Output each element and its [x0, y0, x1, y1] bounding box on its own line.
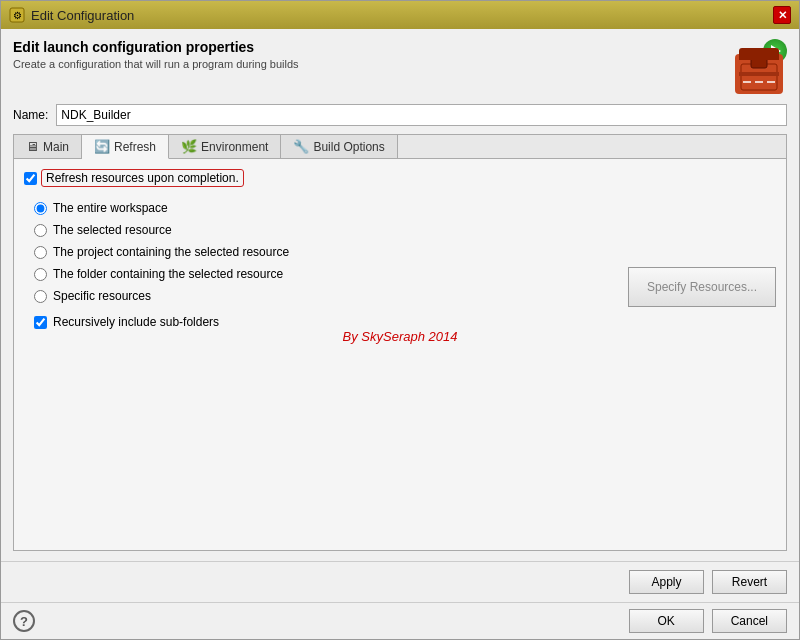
close-button[interactable]: ✕ — [773, 6, 791, 24]
name-label: Name: — [13, 108, 48, 122]
window-title: Edit Configuration — [31, 8, 134, 23]
recursive-label: Recursively include sub-folders — [53, 315, 219, 329]
main-window: ⚙ Edit Configuration ✕ Edit launch confi… — [0, 0, 800, 640]
recursive-checkbox-row: Recursively include sub-folders — [34, 315, 776, 329]
refresh-tab-icon: 🔄 — [94, 139, 110, 154]
radio-selected[interactable] — [34, 224, 47, 237]
refresh-label: Refresh resources upon completion. — [41, 169, 244, 187]
radio-workspace-label: The entire workspace — [53, 201, 168, 215]
radio-specific[interactable] — [34, 290, 47, 303]
cancel-button[interactable]: Cancel — [712, 609, 787, 633]
window-icon: ⚙ — [9, 7, 25, 23]
content-area: Edit launch configuration properties Cre… — [1, 29, 799, 561]
svg-rect-4 — [739, 72, 779, 76]
ok-cancel-group: OK Cancel — [629, 609, 787, 633]
radio-row-project: The project containing the selected reso… — [34, 245, 776, 259]
toolbox-icon — [735, 54, 783, 94]
radio-specific-label: Specific resources — [53, 289, 151, 303]
ok-cancel-row: ? OK Cancel — [1, 602, 799, 639]
ok-button[interactable]: OK — [629, 609, 704, 633]
build-tab-icon: 🔧 — [293, 139, 309, 154]
header-title: Edit launch configuration properties — [13, 39, 727, 55]
watermark: By SkySeraph 2014 — [24, 329, 776, 344]
tab-environment[interactable]: 🌿 Environment — [169, 135, 281, 158]
title-bar: ⚙ Edit Configuration ✕ — [1, 1, 799, 29]
radio-row-selected: The selected resource — [34, 223, 776, 237]
svg-rect-3 — [751, 58, 767, 68]
tab-main[interactable]: 🖥 Main — [14, 135, 82, 158]
toolbox-svg — [739, 56, 779, 92]
radio-project[interactable] — [34, 246, 47, 259]
tabs-container: 🖥 Main 🔄 Refresh 🌿 Environment 🔧 Build O… — [13, 134, 787, 551]
recursive-checkbox[interactable] — [34, 316, 47, 329]
tab-main-label: Main — [43, 140, 69, 154]
tab-env-label: Environment — [201, 140, 268, 154]
name-row: Name: — [13, 104, 787, 126]
svg-text:⚙: ⚙ — [13, 10, 22, 21]
tab-build-options[interactable]: 🔧 Build Options — [281, 135, 397, 158]
refresh-checkbox-row: Refresh resources upon completion. — [24, 169, 776, 187]
env-tab-icon: 🌿 — [181, 139, 197, 154]
header-subtitle: Create a configuration that will run a p… — [13, 58, 727, 70]
tabs-header: 🖥 Main 🔄 Refresh 🌿 Environment 🔧 Build O… — [14, 135, 786, 159]
radio-workspace[interactable] — [34, 202, 47, 215]
main-tab-icon: 🖥 — [26, 139, 39, 154]
tab-content-refresh: Refresh resources upon completion. The e… — [14, 159, 786, 550]
radio-row-workspace: The entire workspace — [34, 201, 776, 215]
specify-resources-button[interactable]: Specify Resources... — [628, 267, 776, 307]
tab-refresh[interactable]: 🔄 Refresh — [82, 135, 169, 159]
help-button[interactable]: ? — [13, 610, 35, 632]
tab-refresh-label: Refresh — [114, 140, 156, 154]
name-input[interactable] — [56, 104, 787, 126]
header-section: Edit launch configuration properties Cre… — [13, 39, 787, 94]
apply-button[interactable]: Apply — [629, 570, 704, 594]
tab-build-label: Build Options — [313, 140, 384, 154]
header-text: Edit launch configuration properties Cre… — [13, 39, 727, 70]
radio-project-label: The project containing the selected reso… — [53, 245, 289, 259]
revert-button[interactable]: Revert — [712, 570, 787, 594]
radio-selected-label: The selected resource — [53, 223, 172, 237]
apply-revert-row: Apply Revert — [1, 561, 799, 602]
radio-folder-label: The folder containing the selected resou… — [53, 267, 283, 281]
refresh-checkbox[interactable] — [24, 172, 37, 185]
radio-folder[interactable] — [34, 268, 47, 281]
header-icon-area — [727, 39, 787, 94]
title-bar-left: ⚙ Edit Configuration — [9, 7, 134, 23]
